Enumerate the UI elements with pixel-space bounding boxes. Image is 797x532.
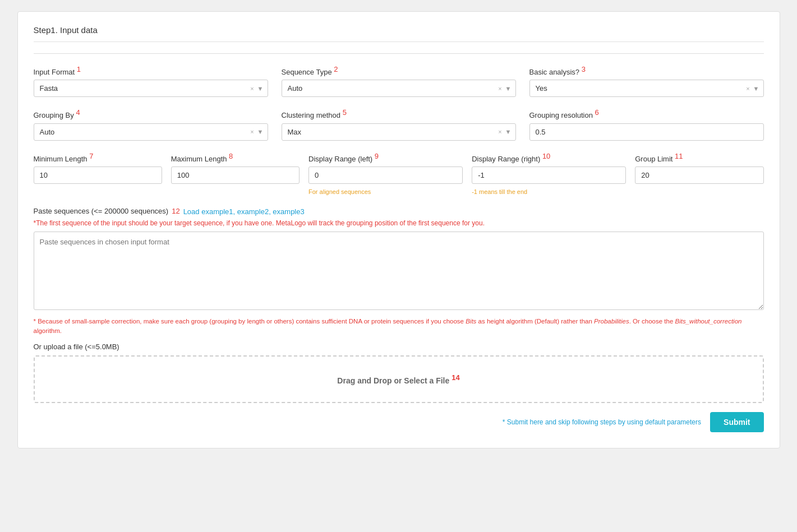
grouping-resolution-input[interactable]	[529, 123, 764, 141]
drop-zone[interactable]: Drag and Drop or Select a File 14	[34, 355, 764, 403]
minimum-length-input[interactable]	[34, 166, 162, 184]
clustering-method-group: Clustering method 5 Max Min Average × ▼	[282, 108, 516, 140]
sequence-type-wrapper: Auto DNA RNA Protein × ▼	[282, 80, 516, 97]
group-limit-group: Group Limit 11	[635, 152, 763, 195]
clustering-method-label: Clustering method 5	[282, 108, 516, 119]
group-limit-input[interactable]	[635, 166, 763, 184]
maximum-length-input[interactable]	[171, 166, 300, 184]
group-limit-label: Group Limit 11	[635, 152, 763, 163]
display-range-left-input[interactable]	[308, 166, 463, 184]
row-3: Minimum Length 7 Maximum Length 8 Displa…	[34, 152, 764, 195]
paste-warning: *The first sequence of the input should …	[34, 219, 764, 228]
display-range-right-input[interactable]	[472, 166, 626, 184]
footer-row: * Submit here and skip following steps b…	[34, 412, 764, 432]
basic-analysis-label: Basic analysis? 3	[529, 65, 764, 76]
input-format-group: Input Format 1 Fasta Fastq Plain × ▼	[34, 65, 268, 97]
sequence-textarea[interactable]	[34, 232, 764, 310]
paste-label-row: Paste sequences (<= 200000 sequences) 12…	[34, 206, 764, 216]
minimum-length-label: Minimum Length 7	[34, 152, 162, 163]
grouping-resolution-label: Grouping resolution 6	[529, 108, 764, 119]
paste-number: 12	[172, 207, 179, 215]
footer-note: * Submit here and skip following steps b…	[503, 418, 701, 426]
input-format-select[interactable]: Fasta Fastq Plain	[34, 80, 268, 97]
display-range-right-hint: -1 means till the end	[472, 188, 626, 195]
sequence-type-clear-icon[interactable]: ×	[498, 85, 501, 92]
display-range-left-group: Display Range (left) 9 For aligned seque…	[308, 152, 463, 195]
input-format-clear-icon[interactable]: ×	[250, 85, 254, 92]
clustering-method-clear-icon[interactable]: ×	[498, 128, 501, 135]
display-range-right-group: Display Range (right) 10 -1 means till t…	[472, 152, 626, 195]
maximum-length-label: Maximum Length 8	[171, 152, 300, 163]
input-format-wrapper: Fasta Fastq Plain × ▼	[34, 80, 268, 97]
display-range-right-label: Display Range (right) 10	[472, 152, 626, 163]
sequence-type-label: Sequence Type 2	[282, 65, 516, 76]
step-title: Step1. Input data	[34, 25, 764, 42]
grouping-by-label: Grouping By 4	[34, 108, 268, 119]
minimum-length-group: Minimum Length 7	[34, 152, 162, 195]
drop-zone-text: Drag and Drop or Select a File 14	[337, 376, 459, 385]
basic-analysis-select[interactable]: Yes No	[529, 80, 764, 97]
sequence-type-group: Sequence Type 2 Auto DNA RNA Protein × ▼	[282, 65, 516, 97]
sequence-type-select[interactable]: Auto DNA RNA Protein	[282, 80, 516, 97]
basic-analysis-group: Basic analysis? 3 Yes No × ▼	[529, 65, 764, 97]
display-range-left-hint: For aligned sequences	[308, 188, 463, 195]
display-range-left-label: Display Range (left) 9	[308, 152, 463, 163]
row-1: Input Format 1 Fasta Fastq Plain × ▼ Seq…	[34, 65, 764, 97]
grouping-by-clear-icon[interactable]: ×	[250, 128, 254, 135]
clustering-method-wrapper: Max Min Average × ▼	[282, 123, 516, 141]
grouping-by-wrapper: Auto Length Others × ▼	[34, 123, 268, 141]
grouping-resolution-group: Grouping resolution 6	[529, 108, 764, 140]
grouping-by-select[interactable]: Auto Length Others	[34, 123, 268, 141]
paste-prefix: Paste sequences (<= 200000 sequences)	[34, 207, 169, 215]
input-format-label: Input Format 1	[34, 65, 268, 76]
clustering-method-select[interactable]: Max Min Average	[282, 123, 516, 141]
main-container: Step1. Input data Input Format 1 Fasta F…	[17, 11, 780, 448]
basic-analysis-wrapper: Yes No × ▼	[529, 80, 764, 97]
grouping-by-group: Grouping By 4 Auto Length Others × ▼	[34, 108, 268, 140]
maximum-length-group: Maximum Length 8	[171, 152, 300, 195]
basic-analysis-clear-icon[interactable]: ×	[746, 85, 749, 92]
row-2: Grouping By 4 Auto Length Others × ▼ Clu…	[34, 108, 764, 140]
small-note: * Because of small-sample correction, ma…	[34, 317, 764, 336]
load-links: Load example1, example2, example3	[183, 206, 305, 216]
load-examples-link[interactable]: Load example1, example2, example3	[183, 207, 305, 216]
upload-label: Or upload a file (<=5.0MB)	[34, 343, 764, 351]
submit-button[interactable]: Submit	[710, 412, 763, 432]
